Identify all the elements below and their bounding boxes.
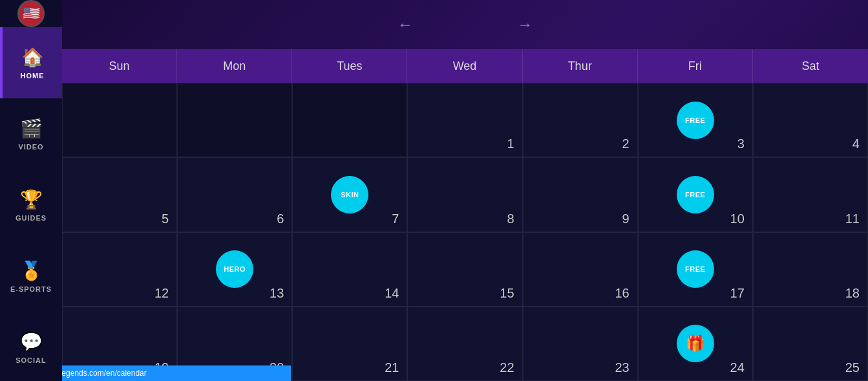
prev-arrow[interactable]: ← — [385, 9, 426, 40]
calendar-cell-w1-d3: 8 — [407, 157, 522, 232]
calendar-cell-w3-d4: 23 — [523, 307, 638, 381]
day-number-24: 24 — [730, 360, 745, 375]
esports-icon: 🏅 — [20, 260, 43, 281]
social-icon: 💬 — [20, 331, 43, 353]
day-header-sat: Sat — [753, 49, 868, 83]
calendar-cell-w1-d5[interactable]: FREE10 — [638, 157, 753, 232]
day-number-4: 4 — [852, 136, 860, 151]
sidebar: 🇺🇸 🏠 HOME 🎬 VIDEO 🏆 GUIDES 🏅 E-SPORTS 💬 … — [0, 0, 62, 381]
calendar-cell-w2-d1[interactable]: HERO13 — [177, 232, 292, 307]
sidebar-item-social[interactable]: 💬 SOCIAL — [0, 312, 62, 381]
calendar-cell-w0-d2 — [292, 83, 407, 157]
calendar-cell-w1-d0: 5 — [62, 157, 177, 232]
calendar-cell-w2-d0: 12 — [62, 232, 177, 307]
flag-button[interactable]: 🇺🇸 — [0, 0, 62, 27]
calendar-nav: ← → — [62, 0, 868, 49]
day-number-1: 1 — [507, 136, 514, 151]
day-number-6: 6 — [277, 212, 284, 226]
guides-icon: 🏆 — [20, 189, 43, 210]
sidebar-item-guides[interactable]: 🏆 GUIDES — [0, 169, 62, 241]
day-number-9: 9 — [622, 212, 630, 226]
calendar-cell-w0-d4: 2 — [523, 83, 638, 157]
day-number-7: 7 — [392, 212, 399, 226]
calendar-cell-w1-d6: 11 — [753, 157, 868, 232]
guides-label: GUIDES — [16, 214, 47, 222]
main-content: ← → SunMonTuesWedThurFriSat 12FREE3456SK… — [62, 0, 868, 381]
day-header-tues: Tues — [292, 49, 407, 83]
day-header-fri: Fri — [638, 49, 753, 83]
badge-free-17[interactable]: FREE — [677, 250, 714, 288]
calendar-grid: 12FREE3456SKIN789FREE101112HERO13141516F… — [62, 83, 868, 381]
day-number-18: 18 — [845, 286, 860, 301]
calendar-cell-w1-d4: 9 — [523, 157, 638, 232]
esports-label: E-SPORTS — [10, 285, 52, 293]
calendar-cell-w1-d2[interactable]: SKIN7 — [292, 157, 407, 232]
badge-free-3[interactable]: FREE — [677, 102, 714, 139]
calendar-cell-w3-d3: 22 — [407, 307, 522, 381]
next-arrow[interactable]: → — [504, 9, 545, 40]
calendar-cell-w2-d3: 15 — [407, 232, 522, 307]
calendar-cell-w3-d6: 25 — [753, 307, 868, 381]
day-number-13: 13 — [270, 286, 284, 301]
video-label: VIDEO — [18, 143, 43, 151]
calendar-cell-w2-d5[interactable]: FREE17 — [638, 232, 753, 307]
day-number-21: 21 — [385, 360, 399, 375]
calendar-cell-w0-d1 — [177, 83, 292, 157]
day-number-10: 10 — [730, 212, 745, 226]
sidebar-item-esports[interactable]: 🏅 E-SPORTS — [0, 241, 62, 312]
badge-hero-13[interactable]: HERO — [216, 250, 253, 288]
day-number-15: 15 — [500, 286, 514, 301]
sidebar-item-video[interactable]: 🎬 VIDEO — [0, 98, 62, 169]
badge-24[interactable]: 🎁 — [677, 325, 714, 362]
calendar-cell-w3-d2: 21 — [292, 307, 407, 381]
day-number-12: 12 — [154, 286, 169, 301]
day-header-wed: Wed — [407, 49, 522, 83]
calendar-cell-w0-d6: 4 — [753, 83, 868, 157]
social-label: SOCIAL — [16, 356, 47, 364]
calendar-cell-w0-d3: 1 — [407, 83, 522, 157]
day-number-11: 11 — [845, 212, 860, 226]
calendar-cell-w3-d5[interactable]: 🎁24 — [638, 307, 753, 381]
day-header-mon: Mon — [177, 49, 292, 83]
calendar-cell-w2-d2: 14 — [292, 232, 407, 307]
day-header-thur: Thur — [523, 49, 638, 83]
day-number-23: 23 — [615, 360, 629, 375]
day-headers: SunMonTuesWedThurFriSat — [62, 49, 868, 83]
day-number-22: 22 — [500, 360, 514, 375]
day-header-sun: Sun — [62, 49, 177, 83]
badge-skin-7[interactable]: SKIN — [331, 176, 368, 213]
day-number-3: 3 — [737, 136, 745, 151]
calendar-cell-w2-d4: 16 — [523, 232, 638, 307]
calendar-cell-w2-d6: 18 — [753, 232, 868, 307]
day-number-5: 5 — [162, 212, 169, 226]
day-number-8: 8 — [507, 212, 514, 226]
calendar-cell-w0-d0 — [62, 83, 177, 157]
flag-icon: 🇺🇸 — [23, 5, 40, 22]
day-number-2: 2 — [622, 136, 630, 151]
day-number-17: 17 — [730, 286, 745, 301]
day-number-25: 25 — [845, 360, 860, 375]
calendar-cell-w1-d1: 6 — [177, 157, 292, 232]
day-number-16: 16 — [615, 286, 629, 301]
flag-circle: 🇺🇸 — [17, 0, 45, 27]
home-label: HOME — [21, 72, 45, 80]
gift-icon: 🎁 — [686, 334, 706, 353]
sidebar-item-home[interactable]: 🏠 HOME — [0, 27, 62, 98]
calendar-cell-w0-d5[interactable]: FREE3 — [638, 83, 753, 157]
day-number-14: 14 — [385, 286, 399, 301]
video-icon: 🎬 — [20, 118, 43, 139]
home-icon: 🏠 — [21, 47, 44, 68]
badge-free-10[interactable]: FREE — [677, 176, 714, 213]
